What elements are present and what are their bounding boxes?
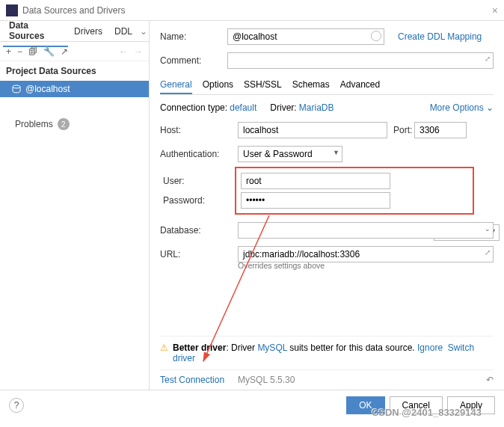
create-ddl-link[interactable]: Create DDL Mapping (398, 31, 482, 42)
port-label: Port: (387, 125, 414, 135)
window-title: Data Sources and Drivers (22, 5, 125, 16)
revert-icon[interactable]: ↶ (486, 375, 494, 385)
help-button[interactable]: ? (9, 398, 24, 413)
database-input[interactable] (238, 222, 494, 239)
warn-title: Better driver (173, 342, 226, 353)
apply-button[interactable]: Apply (447, 396, 495, 414)
db-version: MySQL 5.5.30 (238, 375, 295, 385)
database-icon (12, 85, 21, 93)
app-icon (6, 4, 18, 16)
chevron-down-icon[interactable]: ⌄ (138, 26, 149, 37)
subtabs: General Options SSH/SSL Schemas Advanced (160, 76, 494, 95)
test-connection-link[interactable]: Test Connection (160, 375, 224, 385)
subtab-general[interactable]: General (160, 76, 192, 94)
warning-banner: ⚠ Better driver: Driver MySQL suits bett… (160, 336, 494, 369)
datasource-item[interactable]: @localhost (0, 81, 149, 97)
expand-icon[interactable]: ⤢ (485, 248, 491, 256)
right-panel: Name: Create DDL Mapping Comment: ⤢ Gene… (150, 21, 504, 390)
datasource-label: @localhost (25, 84, 70, 94)
url-label: URL: (160, 249, 238, 259)
add-icon[interactable]: + (6, 46, 11, 57)
host-input[interactable] (238, 122, 387, 138)
name-input[interactable] (227, 28, 384, 45)
warning-icon: ⚠ (160, 342, 168, 363)
expand-icon[interactable]: ⤢ (485, 55, 491, 63)
problems-label: Problems (15, 119, 53, 129)
subtab-ssh[interactable]: SSH/SSL (244, 76, 282, 94)
footer: ? OK Cancel Apply (0, 390, 504, 420)
section-header: Project Data Sources (0, 61, 149, 81)
host-label: Host: (160, 125, 238, 135)
ignore-link[interactable]: Ignore (417, 342, 443, 353)
database-label: Database: (160, 225, 238, 236)
left-toolbar: + − 🗐 🔧 ↗ ← → (0, 42, 149, 61)
forward-icon[interactable]: → (134, 46, 143, 57)
driver-label: Driver: (270, 102, 296, 113)
comment-input[interactable]: ⤢ (227, 52, 494, 69)
ok-button[interactable]: OK (346, 396, 384, 414)
port-input[interactable] (414, 122, 467, 138)
password-label: Password: (163, 195, 241, 206)
subtab-advanced[interactable]: Advanced (340, 76, 380, 94)
url-input[interactable]: jdbc:mariadb://localhost:3306 ⤢ (238, 246, 494, 262)
conn-type-value[interactable]: default (230, 102, 256, 113)
left-tabs: Data Sources Drivers DDL ⌄ (0, 21, 149, 42)
auth-select[interactable] (238, 146, 342, 162)
make-global-icon[interactable]: ↗ (61, 46, 68, 57)
problems-item[interactable]: Problems 2 (0, 112, 149, 136)
user-input[interactable] (241, 173, 390, 189)
name-label: Name: (160, 31, 227, 42)
subtab-options[interactable]: Options (203, 76, 233, 94)
warn-mysql-link[interactable]: MySQL (257, 342, 287, 353)
copy-icon[interactable]: 🗐 (28, 46, 37, 57)
wrench-icon[interactable]: 🔧 (43, 46, 55, 57)
remove-icon[interactable]: − (17, 46, 22, 57)
cancel-button[interactable]: Cancel (390, 396, 443, 414)
auth-label: Authentication: (160, 149, 238, 159)
color-circle-icon[interactable] (371, 31, 381, 41)
driver-value[interactable]: MariaDB (299, 102, 334, 113)
user-label: User: (163, 176, 241, 186)
close-icon[interactable]: × (492, 4, 498, 16)
tab-ddl[interactable]: DDL (108, 22, 138, 41)
titlebar: Data Sources and Drivers × (0, 0, 504, 21)
svg-point-0 (13, 85, 20, 88)
comment-label: Comment: (160, 55, 227, 66)
left-panel: Data Sources Drivers DDL ⌄ + − 🗐 🔧 ↗ ← →… (0, 21, 150, 390)
conn-type-label: Connection type: (160, 102, 227, 113)
problems-badge: 2 (58, 118, 70, 130)
password-input[interactable] (241, 192, 390, 209)
back-icon[interactable]: ← (119, 46, 128, 57)
subtab-schemas[interactable]: Schemas (292, 76, 330, 94)
more-options-link[interactable]: More Options ⌄ (430, 102, 494, 113)
tab-drivers[interactable]: Drivers (68, 22, 108, 41)
